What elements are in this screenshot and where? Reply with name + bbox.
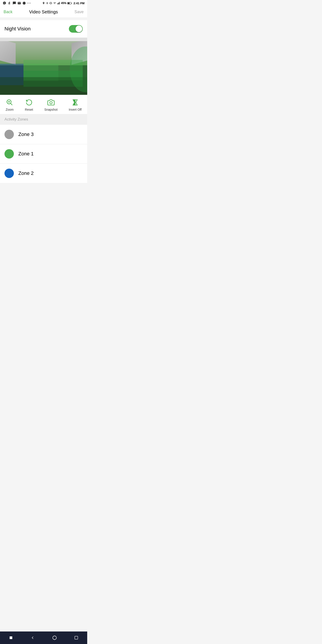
battery-icon	[67, 2, 72, 4]
toggle-knob	[76, 26, 82, 32]
snapshot-control[interactable]: Snapshot	[44, 98, 58, 111]
bottom-nav-bar	[0, 632, 87, 644]
status-icons-left: ···	[3, 1, 31, 5]
activity-zones-header: Activity Zones	[0, 114, 87, 125]
snapshot-icon	[47, 98, 55, 106]
battery-text: 45%	[61, 2, 66, 5]
svg-rect-16	[10, 636, 12, 639]
settings-icon	[22, 1, 26, 5]
invert-icon	[71, 98, 79, 106]
status-bar: ··· 45% 2:41 PM	[0, 0, 87, 6]
camera-road-left	[0, 41, 16, 64]
zone-1-dot	[4, 149, 14, 158]
zone-3-name: Zone 3	[18, 132, 34, 137]
nav-bar: Back Video Settings Save	[0, 6, 87, 18]
zone-item-3[interactable]: Zone 3	[0, 125, 87, 144]
nav-back-button[interactable]	[28, 633, 37, 642]
reset-label: Reset	[25, 108, 33, 111]
message-icon	[12, 1, 16, 5]
svg-rect-6	[71, 3, 72, 4]
svg-line-9	[10, 103, 12, 105]
invert-control[interactable]: Invert Off	[69, 98, 82, 111]
more-dots: ···	[27, 1, 31, 5]
svg-point-12	[50, 102, 52, 104]
svg-rect-1	[57, 3, 58, 4]
snapshot-label: Snapshot	[44, 108, 58, 111]
nav-stop-button[interactable]	[6, 633, 16, 642]
home-icon	[52, 635, 57, 640]
reset-icon	[25, 98, 33, 106]
svg-marker-15	[73, 100, 75, 105]
save-button[interactable]: Save	[74, 10, 84, 14]
svg-rect-2	[58, 3, 58, 4]
night-vision-row: Night Vision	[0, 20, 87, 38]
camera-feed	[0, 41, 87, 95]
zone-2-name: Zone 2	[18, 170, 34, 176]
svg-rect-18	[75, 636, 78, 639]
zone-1-name: Zone 1	[18, 151, 34, 157]
night-vision-label: Night Vision	[4, 26, 31, 32]
zoom-label: Zoom	[6, 108, 14, 111]
invert-label: Invert Off	[69, 108, 82, 111]
svg-point-17	[53, 636, 56, 640]
svg-rect-3	[58, 2, 59, 4]
zone-item-2[interactable]: Zone 2	[0, 164, 87, 183]
zone-3-dot	[4, 130, 14, 139]
nav-home-button[interactable]	[50, 633, 59, 642]
mail-icon	[18, 1, 21, 5]
stop-icon	[9, 636, 13, 640]
vibrate-icon	[50, 2, 52, 4]
svg-rect-7	[68, 2, 70, 4]
location-icon	[42, 2, 45, 4]
recent-icon	[74, 636, 78, 640]
messenger-icon	[3, 1, 6, 5]
signal-icon	[57, 2, 60, 4]
wifi-icon	[53, 2, 56, 4]
controls-bar: Zoom Reset Snapshot	[0, 95, 87, 114]
reset-control[interactable]: Reset	[25, 98, 33, 111]
zone-2-dot	[4, 168, 14, 178]
zone-list: Zone 3 Zone 1 Zone 2	[0, 125, 87, 183]
nav-recent-button[interactable]	[72, 633, 81, 642]
svg-rect-4	[59, 2, 60, 4]
zone-item-1[interactable]: Zone 1	[0, 144, 87, 164]
night-vision-toggle[interactable]	[69, 25, 83, 33]
camera-section: Zoom Reset Snapshot	[0, 38, 87, 114]
zoom-icon	[6, 98, 14, 106]
back-icon	[30, 636, 35, 640]
zoom-control[interactable]: Zoom	[6, 98, 14, 111]
back-button[interactable]: Back	[4, 10, 12, 14]
status-icons-right: 45% 2:41 PM	[42, 2, 84, 5]
page-title: Video Settings	[29, 10, 58, 14]
activity-zones-title: Activity Zones	[4, 117, 28, 122]
time-display: 2:41 PM	[74, 2, 84, 5]
bluetooth-icon	[46, 2, 48, 4]
activity-icon	[8, 1, 11, 5]
